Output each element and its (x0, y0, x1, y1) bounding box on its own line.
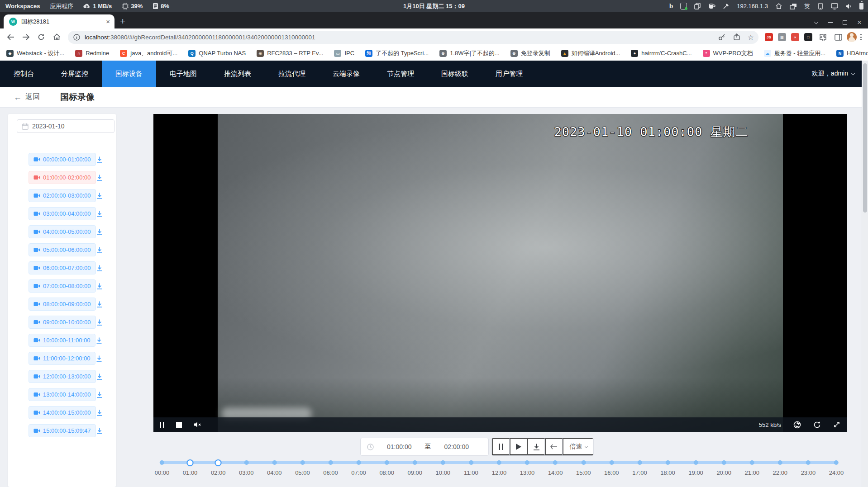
player-stop-icon[interactable] (176, 422, 182, 428)
download-button[interactable] (96, 427, 103, 435)
extension-icon[interactable]: × (791, 33, 799, 41)
app-status-tray-icon[interactable] (680, 3, 687, 9)
volume-muted-icon[interactable] (194, 421, 202, 428)
record-time-button[interactable]: 10:00:00-11:00:00 (29, 334, 95, 347)
nav-item[interactable]: 分屏监控 (48, 61, 102, 87)
nav-item[interactable]: 国标级联 (428, 61, 482, 87)
record-time-button[interactable]: 02:00:00-03:00:00 (29, 189, 96, 202)
bookmark-item[interactable]: ☁ 服务器 - 轻量应用... (764, 49, 825, 57)
window-close-button[interactable]: × (857, 20, 862, 25)
date-picker-input[interactable]: 2023-01-10 (17, 119, 114, 133)
nav-item[interactable]: 用户管理 (482, 61, 536, 87)
nav-item[interactable]: 电子地图 (156, 61, 210, 87)
bookmark-item[interactable]: C java、android可... (120, 49, 177, 57)
forward-button[interactable] (19, 30, 33, 44)
nav-item[interactable]: 拉流代理 (265, 61, 319, 87)
seek-back-button[interactable] (545, 438, 563, 455)
record-time-button[interactable]: 11:00:00-12:00:00 (29, 352, 95, 365)
battery-icon[interactable] (859, 3, 863, 9)
bookmark-item[interactable]: ∩ Redmine (75, 50, 109, 57)
refresh-icon[interactable] (813, 421, 821, 429)
page-scrollbar[interactable] (862, 61, 868, 487)
download-button[interactable] (96, 192, 103, 199)
record-time-button[interactable]: 00:00:00-01:00:00 (29, 153, 96, 166)
speed-dropdown[interactable]: 倍速 (563, 438, 593, 455)
ip-address[interactable]: 192.168.1.3 (737, 3, 768, 9)
bookmark-star-icon[interactable]: ☆ (748, 33, 754, 42)
phone-link-tray-icon[interactable] (817, 3, 824, 9)
download-button[interactable] (96, 228, 103, 236)
window-minimize-button[interactable] (828, 22, 833, 23)
user-menu[interactable]: 欢迎，admin (812, 61, 868, 87)
time-range-input[interactable]: 01:00:00 至 02:00:00 (360, 438, 489, 456)
bing-tray-icon[interactable]: b (669, 2, 673, 10)
site-info-icon[interactable] (73, 34, 80, 41)
nav-item[interactable]: 云端录像 (319, 61, 373, 87)
display-tray-icon[interactable] (831, 3, 838, 9)
record-time-button[interactable]: 03:00:00-04:00:00 (29, 207, 96, 220)
bookmark-item[interactable]: ⊕ 免登录复制 (510, 49, 550, 57)
download-button[interactable] (96, 409, 103, 416)
record-time-button[interactable]: 01:00:00-02:00:00 (29, 171, 96, 184)
nav-item[interactable]: 节点管理 (373, 61, 428, 87)
record-time-button[interactable]: 13:00:00-14:00:00 (29, 388, 96, 401)
reload-button[interactable] (34, 30, 48, 44)
nav-item[interactable]: 国标设备 (102, 61, 156, 87)
nav-item[interactable]: 控制台 (0, 61, 48, 87)
record-time-button[interactable]: 12:00:00-13:00:00 (29, 370, 96, 383)
extensions-puzzle-icon[interactable] (816, 30, 830, 44)
bookmark-item[interactable]: ◆ Webstack - 设计... (6, 49, 64, 57)
extension-icon[interactable]: JS (765, 33, 773, 41)
tab-search-chevron-icon[interactable] (814, 19, 819, 24)
bookmark-item[interactable]: ▲ 如何编译Android... (561, 49, 620, 57)
play-button[interactable] (510, 438, 527, 455)
bookmark-item[interactable]: ▭ IPC (334, 50, 354, 57)
record-time-button[interactable]: 09:00:00-10:00:00 (29, 316, 96, 329)
window-maximize-button[interactable] (843, 20, 847, 25)
download-button[interactable] (96, 391, 103, 398)
new-tab-button[interactable]: + (120, 16, 125, 26)
tab-close-icon[interactable]: × (106, 18, 110, 25)
player-pause-icon[interactable] (160, 422, 164, 428)
snapshot-shutter-icon[interactable] (793, 421, 801, 429)
download-button[interactable] (96, 156, 103, 163)
fullscreen-icon[interactable] (833, 421, 840, 428)
timeline-slider[interactable]: 00:00 01:00 02:00 (162, 459, 836, 485)
download-button[interactable] (96, 174, 103, 181)
record-time-button[interactable]: 14:00:00-15:00:00 (29, 406, 96, 419)
bookmark-item[interactable]: Q QNAP Turbo NAS (188, 50, 246, 57)
record-time-button[interactable]: 06:00:00-07:00:00 (29, 261, 96, 274)
download-button[interactable] (96, 265, 103, 272)
video-frame[interactable]: 2023-01-10 01:00:00 星期二 (218, 114, 783, 432)
home-button[interactable] (50, 30, 63, 44)
record-time-button[interactable]: 08:00:00-09:00:00 (29, 298, 96, 311)
bookmark-item[interactable]: N HDAtmos :: 种子 *... (836, 49, 868, 57)
download-button[interactable] (95, 337, 103, 344)
record-time-button[interactable]: 07:00:00-08:00:00 (29, 279, 96, 293)
scrollbar-thumb[interactable] (863, 63, 867, 213)
color-picker-tray-icon[interactable] (723, 3, 730, 9)
download-button[interactable] (96, 283, 103, 290)
side-panel-icon[interactable] (831, 30, 845, 44)
coffee-tray-icon[interactable] (708, 3, 715, 9)
start-time-value[interactable]: 01:00:00 (374, 443, 425, 450)
home-tray-icon[interactable] (775, 3, 782, 9)
extension-icon[interactable]: □ (804, 33, 812, 41)
record-time-button[interactable]: 15:00:00-15:09:47 (29, 424, 96, 437)
browser-tab[interactable]: w 国标28181 × (4, 14, 114, 28)
download-button[interactable] (96, 373, 103, 380)
record-time-button[interactable]: 04:00:00-05:00:00 (29, 225, 96, 238)
browser-profile-avatar[interactable] (847, 32, 857, 42)
password-key-icon[interactable] (718, 33, 726, 41)
bookmark-item[interactable]: * WVP-PRO文档 (703, 49, 753, 57)
back-link[interactable]: ← 返回 (14, 92, 40, 102)
download-button[interactable] (95, 355, 103, 362)
bookmark-item[interactable]: ◉ RFC2833 – RTP Ev... (257, 50, 323, 57)
clipboard-tray-icon[interactable] (694, 3, 701, 9)
extension-icon[interactable]: ▦ (778, 33, 786, 41)
input-method-indicator[interactable]: 英 (804, 2, 810, 10)
windows-tray-icon[interactable] (790, 3, 797, 9)
video-player[interactable]: 2023-01-10 01:00:00 星期二 552 kb/s (153, 114, 847, 432)
workspaces-menu[interactable]: Workspaces (5, 3, 40, 9)
share-icon[interactable] (733, 33, 740, 41)
